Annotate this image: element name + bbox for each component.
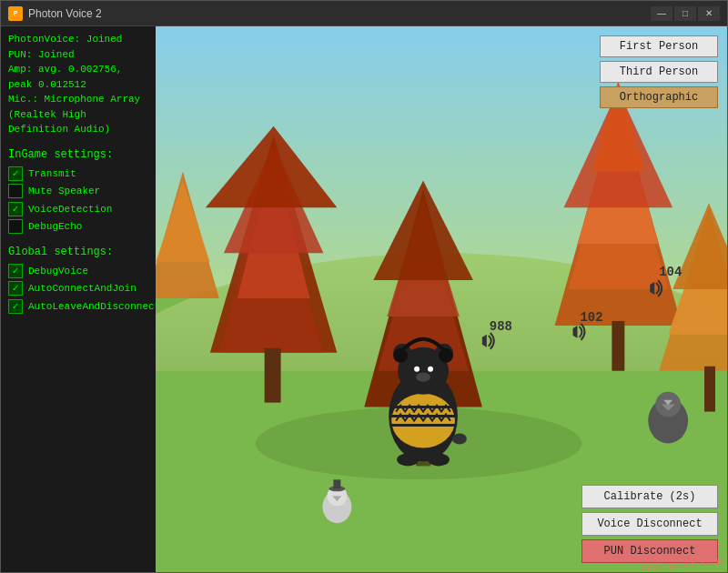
checkbox-debugvoice[interactable]: ✓ [8, 264, 23, 278]
checkbox-label: AutoConnectAndJoin [28, 281, 136, 297]
checkbox-label: VoiceDetection [28, 202, 112, 217]
svg-text:104: 104 [659, 265, 682, 279]
title-bar: P Photon Voice 2 — □ ✕ [1, 1, 727, 26]
main-content: PhotonVoice: JoinedPUN: JoinedAmp: avg. … [1, 26, 727, 572]
checkbox-voicedetection[interactable]: ✓ [8, 202, 23, 216]
ingame-option-row: ✓VoiceDetection [8, 202, 148, 217]
global-settings-title: Global settings: [8, 244, 148, 260]
camera-button-orthographic[interactable]: Orthographic [600, 86, 718, 108]
checkbox-label: AutoLeaveAndDisconnect [28, 299, 156, 315]
svg-point-41 [439, 348, 453, 363]
svg-rect-19 [612, 321, 624, 371]
left-panel: PhotonVoice: JoinedPUN: JoinedAmp: avg. … [1, 26, 156, 572]
checkbox-label: DebugVoice [28, 264, 88, 279]
close-button[interactable]: ✕ [698, 6, 720, 21]
ingame-options: ✓TransmitMute Speaker✓VoiceDetectionDebu… [8, 166, 148, 235]
svg-text:102: 102 [580, 310, 602, 325]
status-line: PUN: Joined [8, 47, 148, 63]
global-option-row: ✓AutoLeaveAndDisconnect [8, 299, 148, 315]
checkbox-autoconnectandjoin[interactable]: ✓ [8, 281, 23, 296]
ingame-option-row: DebugEcho [8, 219, 148, 235]
svg-point-38 [428, 367, 433, 372]
camera-buttons: First PersonThird PersonOrthographic [600, 35, 718, 108]
app-icon: P [8, 6, 23, 21]
app-window: P Photon Voice 2 — □ ✕ PhotonVoice: Join… [0, 0, 728, 573]
status-line: PhotonVoice: Joined [8, 32, 148, 47]
title-text: Photon Voice 2 [28, 7, 102, 20]
svg-point-43 [397, 453, 419, 466]
checkbox-transmit[interactable]: ✓ [8, 166, 23, 181]
global-options: ✓DebugVoice✓AutoConnectAndJoin✓AutoLeave… [8, 264, 148, 315]
svg-point-40 [393, 348, 408, 363]
svg-rect-8 [265, 348, 281, 403]
svg-rect-23 [704, 367, 715, 412]
svg-rect-49 [333, 479, 340, 488]
title-left: P Photon Voice 2 [8, 6, 102, 21]
checkbox-autoleaveanddisconnect[interactable]: ✓ [8, 299, 23, 314]
checkbox-label: Transmit [28, 166, 76, 182]
svg-point-39 [416, 373, 430, 382]
window-controls: — □ ✕ [651, 6, 720, 21]
action-button-calibrate--2s-[interactable]: Calibrate (2s) [581, 485, 718, 508]
bottom-buttons: Calibrate (2s)Voice DisconnectPUN Discon… [581, 485, 718, 563]
action-button-voice-disconnect[interactable]: Voice Disconnect [581, 512, 718, 536]
checkbox-debugecho[interactable] [8, 219, 23, 234]
minimize-button[interactable]: — [651, 6, 672, 21]
svg-point-37 [414, 367, 420, 372]
ingame-settings-title: InGame settings: [8, 146, 148, 163]
camera-button-first-person[interactable]: First Person [600, 35, 718, 57]
ingame-option-row: Mute Speaker [8, 184, 148, 199]
checkbox-label: DebugEcho [28, 219, 82, 235]
status-lines: PhotonVoice: JoinedPUN: JoinedAmp: avg. … [8, 32, 148, 137]
checkbox-label: Mute Speaker [28, 184, 100, 199]
game-viewport: 104 988 102 First PersonThird Perso [156, 26, 727, 572]
ingame-option-row: ✓Transmit [8, 166, 148, 182]
checkbox-mute speaker[interactable] [8, 184, 23, 198]
svg-point-42 [452, 434, 467, 445]
svg-point-44 [428, 453, 450, 466]
camera-button-third-person[interactable]: Third Person [600, 61, 718, 83]
status-line: Mic.: Microphone Array (Realtek High Def… [8, 92, 148, 137]
status-line: Amp: avg. 0.002756, peak 0.012512 [8, 62, 148, 92]
svg-text:988: 988 [490, 319, 512, 334]
global-option-row: ✓DebugVoice [8, 264, 148, 279]
global-option-row: ✓AutoConnectAndJoin [8, 281, 148, 297]
maximize-button[interactable]: □ [674, 6, 696, 21]
